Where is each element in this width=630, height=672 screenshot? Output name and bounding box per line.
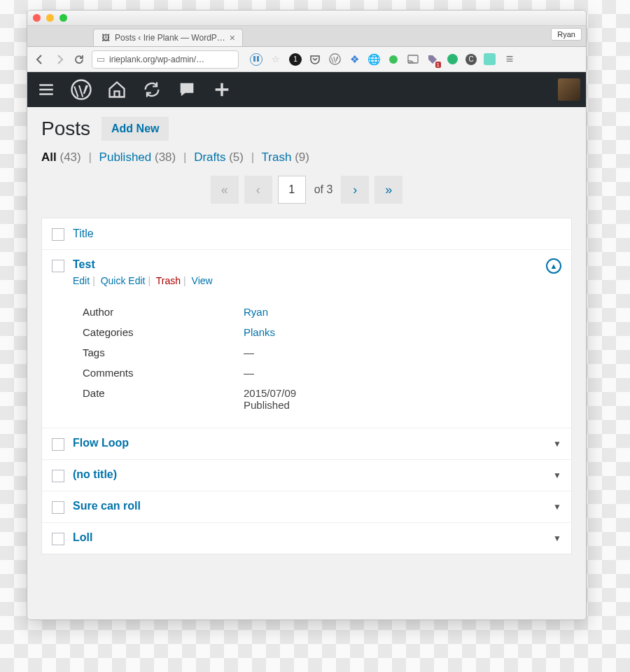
user-avatar[interactable] (558, 78, 580, 101)
post-title-link[interactable]: Sure can roll (73, 500, 141, 512)
filter-published[interactable]: Published (99, 150, 152, 164)
page-header: Posts Add New (41, 117, 572, 141)
wp-admin-bar (27, 72, 586, 107)
row-checkbox[interactable] (52, 470, 64, 482)
globe-ext-icon[interactable]: 🌐 (368, 53, 380, 66)
post-status-filters: All (43) | Published (38) | Drafts (5) |… (41, 150, 572, 164)
meta-comments-label: Comments (83, 367, 244, 379)
post-title-link[interactable]: Flow Loop (73, 437, 129, 449)
post-title-link[interactable]: (no title) (73, 468, 117, 481)
browser-menu-icon[interactable]: ≡ (503, 52, 517, 66)
list-header-row: Title (42, 218, 571, 249)
shield-ext-icon[interactable]: ❖ (348, 53, 360, 66)
select-all-checkbox[interactable] (52, 228, 64, 241)
address-bar[interactable]: ▭ irieplank.org/wp-admin/… (92, 50, 239, 69)
browser-toolbar: ▭ irieplank.org/wp-admin/… ☆ 1 ❖ 🌐 1 (27, 47, 586, 72)
forward-button[interactable] (52, 52, 66, 66)
browser-tabstrip: 🖼 Posts ‹ Irie Plank — WordP… × Ryan (27, 26, 586, 47)
back-button[interactable] (33, 52, 47, 66)
pager-of-text: of 3 (312, 176, 336, 204)
column-title-header[interactable]: Title (73, 227, 94, 240)
zoom-window-icon[interactable] (59, 14, 67, 22)
tab-close-icon[interactable]: × (230, 32, 235, 43)
post-title-link[interactable]: Test (73, 258, 95, 270)
filter-trash-count: (9) (295, 150, 309, 164)
row-actions: Edit| Quick Edit| Trash| View (73, 275, 538, 286)
home-icon[interactable] (107, 80, 127, 99)
filter-published-count: (38) (155, 150, 176, 164)
expand-toggle-icon[interactable]: ▼ (553, 533, 561, 543)
hamburger-menu-icon[interactable] (37, 80, 55, 99)
bookmark-star-icon[interactable]: ☆ (270, 53, 282, 66)
post-row: Loll ▼ (42, 522, 571, 554)
window-titlebar (27, 10, 586, 26)
row-checkbox[interactable] (52, 260, 64, 272)
expand-toggle-icon[interactable]: ▼ (553, 502, 561, 512)
pager-last-button[interactable]: » (374, 176, 402, 204)
post-title-link[interactable]: Loll (73, 531, 92, 544)
posts-list: Title Test Edit| Quick Edit| Trash| View… (41, 218, 572, 554)
filter-trash[interactable]: Trash (262, 150, 292, 164)
action-trash[interactable]: Trash (156, 275, 181, 286)
window-controls (33, 14, 67, 22)
url-text: irieplank.org/wp-admin/… (109, 55, 234, 64)
meta-categories-label: Categories (83, 326, 244, 338)
collapse-toggle-icon[interactable]: ▲ (546, 258, 561, 274)
row-checkbox[interactable] (52, 533, 64, 545)
refresh-updates-icon[interactable] (142, 80, 162, 99)
meta-date-label: Date (83, 387, 244, 411)
minimize-window-icon[interactable] (46, 14, 54, 22)
tag-ext-icon[interactable]: 1 (426, 53, 439, 66)
tab-title: Posts ‹ Irie Plank — WordP… (115, 33, 225, 43)
green-dot-ext-icon[interactable] (387, 53, 400, 66)
page-info-icon[interactable]: ▭ (97, 54, 105, 64)
onepassword-ext-icon[interactable]: 1 (289, 53, 302, 66)
post-row: (no title) ▼ (42, 459, 571, 491)
post-row-test: Test Edit| Quick Edit| Trash| View ▲ Aut… (42, 249, 571, 428)
wordpress-ext-icon[interactable] (250, 53, 262, 66)
pager-next-button[interactable]: › (341, 176, 369, 204)
pager-page-input[interactable]: 1 (278, 176, 306, 204)
meta-author-value[interactable]: Ryan (244, 306, 268, 318)
filter-drafts-count: (5) (229, 150, 244, 164)
circle-ext-icon[interactable] (446, 53, 458, 66)
cast-ext-icon[interactable] (407, 53, 419, 66)
browser-window: 🖼 Posts ‹ Irie Plank — WordP… × Ryan ▭ i… (27, 10, 587, 620)
pocket-ext-icon[interactable] (309, 53, 321, 66)
wordpress-logo-icon[interactable] (71, 79, 92, 100)
action-edit[interactable]: Edit (73, 275, 90, 286)
wordpress-grey-ext-icon[interactable] (328, 53, 341, 66)
meta-comments-value: — (244, 367, 254, 379)
extension-icons: ☆ 1 ❖ 🌐 1 C ≡ (250, 52, 517, 66)
pager-prev-button[interactable]: ‹ (244, 176, 272, 204)
filter-all[interactable]: All (41, 150, 57, 164)
reload-button[interactable] (72, 52, 86, 66)
expand-toggle-icon[interactable]: ▼ (553, 470, 561, 480)
page-title: Posts (41, 118, 90, 140)
action-quickedit[interactable]: Quick Edit (101, 275, 146, 286)
meta-tags-value: — (244, 346, 254, 358)
svg-point-0 (329, 54, 340, 64)
add-new-icon[interactable] (212, 80, 232, 99)
close-window-icon[interactable] (33, 14, 41, 22)
wp-content-area: Posts Add New All (43) | Published (38) … (27, 107, 586, 620)
post-meta-panel: AuthorRyan CategoriesPlanks Tags— Commen… (52, 295, 561, 419)
post-row-body: Test Edit| Quick Edit| Trash| View (73, 258, 538, 286)
action-view[interactable]: View (192, 275, 213, 286)
filter-all-count: (43) (59, 150, 80, 164)
wave-ext-icon[interactable] (484, 53, 496, 65)
meta-author-label: Author (83, 306, 244, 318)
pager-first-button[interactable]: « (211, 176, 239, 204)
row-checkbox[interactable] (52, 501, 64, 514)
comment-bubble-icon[interactable] (177, 80, 197, 99)
row-checkbox[interactable] (52, 438, 64, 451)
expand-toggle-icon[interactable]: ▼ (553, 439, 561, 449)
post-row: Sure can roll ▼ (42, 491, 571, 522)
browser-tab[interactable]: 🖼 Posts ‹ Irie Plank — WordP… × (93, 29, 243, 46)
filter-drafts[interactable]: Drafts (194, 150, 225, 164)
meta-categories-value[interactable]: Planks (244, 326, 275, 338)
moon-ext-icon[interactable]: C (465, 54, 477, 65)
browser-user-chip[interactable]: Ryan (551, 28, 582, 41)
add-new-button[interactable]: Add New (102, 117, 169, 141)
pagination: « ‹ 1 of 3 › » (41, 176, 572, 204)
